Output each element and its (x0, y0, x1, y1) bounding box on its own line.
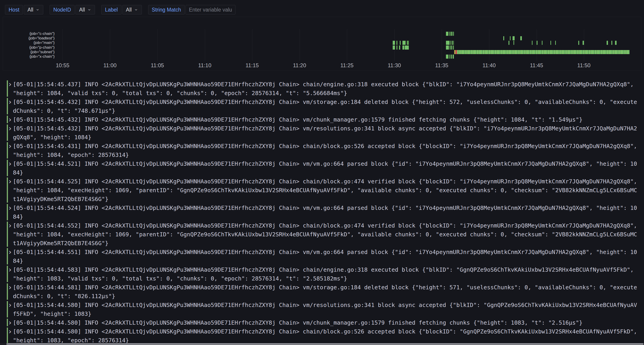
log-row[interactable]: ›[05-01|15:54:45.432] INFO <2AcRkXTLLtQj… (7, 98, 644, 115)
log-row[interactable]: ›[05-01|15:54:44.583] INFO <2AcRkXTLLtQj… (7, 265, 644, 283)
log-volume-bar-segment (446, 45, 449, 49)
log-text: [05-01|15:54:44.580] INFO <2AcRkXTLLtQjv… (13, 327, 638, 345)
series-row (56, 36, 637, 40)
log-row[interactable]: ›[05-01|15:54:45.432] INFO <2AcRkXTLLtQj… (7, 124, 644, 142)
log-row[interactable]: ›[05-01|15:54:44.521] INFO <2AcRkXTLLtQj… (7, 159, 644, 177)
log-expand-icon[interactable]: › (8, 265, 12, 274)
time-tick-label: 11:20 (293, 62, 306, 69)
log-row[interactable]: ›[05-01|15:54:45.432] INFO <2AcRkXTLLtQj… (7, 115, 644, 124)
log-volume-bar-segment (520, 36, 522, 40)
label-filter-value: All (126, 7, 132, 13)
log-expand-icon[interactable]: › (8, 115, 12, 124)
log-volume-bar-segment (606, 41, 608, 45)
log-row[interactable]: ›[05-01|15:54:44.580] INFO <2AcRkXTLLtQj… (7, 327, 644, 345)
log-volume-bar-segment (457, 50, 629, 54)
legend-label: {job="p-chain"} (3, 45, 54, 50)
chevron-down-icon: ⌄ (36, 6, 40, 12)
log-text: [05-01|15:54:45.437] INFO <2AcRkXTLLtQjv… (13, 80, 638, 98)
log-row[interactable]: ›[05-01|15:54:44.551] INFO <2AcRkXTLLtQj… (7, 248, 644, 265)
time-tick-label: 11:10 (198, 62, 211, 69)
log-volume-bar-segment (396, 45, 398, 49)
log-text: [05-01|15:54:44.524] INFO <2AcRkXTLLtQjv… (13, 204, 638, 221)
label-filter-dropdown[interactable]: All ⌄ (122, 5, 142, 14)
time-tick-label: 11:40 (482, 62, 496, 69)
log-expand-icon[interactable]: › (8, 327, 12, 336)
log-row[interactable]: ›[05-01|15:54:45.431] INFO <2AcRkXTLLtQj… (7, 142, 644, 159)
log-volume-bar-segment (453, 45, 454, 49)
log-row[interactable]: ›[05-01|15:54:44.581] INFO <2AcRkXTLLtQj… (7, 283, 644, 301)
chevron-down-icon: ⌄ (134, 6, 138, 12)
host-filter-label: Host (5, 5, 23, 14)
series-row (56, 40, 637, 45)
log-text: [05-01|15:54:44.580] INFO <2AcRkXTLLtQjv… (13, 318, 638, 327)
log-expand-icon[interactable]: › (8, 318, 12, 327)
log-volume-bar-segment (396, 41, 398, 45)
log-volume-bar-segment (532, 41, 532, 45)
string-match-input[interactable] (186, 5, 236, 14)
log-row[interactable]: ›[05-01|15:54:45.437] INFO <2AcRkXTLLtQj… (7, 80, 644, 98)
log-volume-bar-segment (393, 45, 395, 49)
log-text: [05-01|15:54:44.521] INFO <2AcRkXTLLtQjv… (13, 159, 638, 177)
log-volume-bar-segment (514, 41, 514, 45)
log-volume-bar-segment (578, 41, 579, 45)
chart-plot: 10:5511:0011:0511:1011:1511:2011:2511:30… (56, 17, 637, 71)
log-text: [05-01|15:54:45.432] INFO <2AcRkXTLLtQjv… (13, 124, 638, 142)
horizontal-scrollbar-thumb[interactable] (6, 343, 644, 345)
log-expand-icon[interactable]: › (8, 248, 12, 257)
log-text: [05-01|15:54:44.583] INFO <2AcRkXTLLtQjv… (13, 265, 638, 283)
log-expand-icon[interactable]: › (8, 283, 12, 292)
log-list: ›[05-01|15:54:45.437] INFO <2AcRkXTLLtQj… (0, 80, 644, 345)
log-row[interactable]: ›[05-01|15:54:44.525] INFO <2AcRkXTLLtQj… (7, 177, 644, 204)
nodeid-filter-dropdown[interactable]: All ⌄ (76, 5, 95, 14)
log-text: [05-01|15:54:45.432] INFO <2AcRkXTLLtQjv… (13, 98, 638, 115)
log-volume-bar-segment (453, 41, 454, 45)
log-row[interactable]: ›[05-01|15:54:44.552] INFO <2AcRkXTLLtQj… (7, 221, 644, 248)
log-volume-bar-segment (402, 41, 406, 45)
legend-label: {job="main"} (3, 40, 54, 45)
log-volume-bar-segment (450, 45, 451, 49)
log-expand-icon[interactable]: › (8, 221, 12, 230)
chevron-down-icon: ⌄ (87, 6, 91, 12)
log-volume-bar-segment (400, 41, 401, 45)
series-row (56, 50, 637, 54)
log-volume-timeline-panel: {job="c-chain"}{job="loadtest"}{job="mai… (3, 17, 641, 71)
log-volume-bar-segment (456, 50, 457, 54)
log-volume-bar-segment (510, 36, 510, 40)
log-text: [05-01|15:54:44.525] INFO <2AcRkXTLLtQjv… (13, 177, 638, 204)
log-expand-icon[interactable]: › (8, 301, 12, 310)
horizontal-scrollbar-track (0, 343, 644, 345)
log-expand-icon[interactable]: › (8, 98, 12, 106)
log-volume-bar-segment (450, 41, 451, 45)
log-volume-bar-segment (446, 32, 448, 36)
series-row (56, 45, 637, 50)
log-row[interactable]: ›[05-01|15:54:44.580] INFO <2AcRkXTLLtQj… (7, 301, 644, 318)
log-volume-bar-segment (451, 45, 452, 49)
nodeid-filter-value: All (79, 7, 85, 13)
log-row[interactable]: ›[05-01|15:54:44.524] INFO <2AcRkXTLLtQj… (7, 204, 644, 221)
log-expand-icon[interactable]: › (8, 80, 12, 89)
log-text: [05-01|15:54:45.431] INFO <2AcRkXTLLtQjv… (13, 142, 638, 159)
log-volume-bar-segment (453, 54, 454, 59)
log-expand-icon[interactable]: › (8, 142, 12, 151)
host-filter-dropdown[interactable]: All ⌄ (24, 5, 43, 14)
log-expand-icon[interactable]: › (8, 204, 12, 212)
log-volume-bar-segment (453, 32, 454, 36)
log-volume-bar-segment (402, 45, 404, 49)
log-expand-icon[interactable]: › (8, 177, 12, 186)
log-expand-icon[interactable]: › (8, 159, 12, 168)
time-tick-label: 11:45 (530, 62, 543, 69)
time-tick-label: 11:50 (578, 62, 590, 69)
log-expand-icon[interactable]: › (8, 124, 12, 133)
time-tick-label: 11:05 (151, 62, 164, 69)
legend-label: {job="subnet"} (3, 50, 54, 54)
log-row[interactable]: ›[05-01|15:54:44.580] INFO <2AcRkXTLLtQj… (7, 318, 644, 327)
log-volume-bar-segment (393, 41, 395, 45)
series-row (56, 54, 637, 59)
log-volume-bar-segment (405, 45, 409, 49)
legend-label: {job="x-chain"} (3, 54, 54, 59)
time-tick-label: 11:15 (246, 62, 259, 69)
log-text: [05-01|15:54:44.551] INFO <2AcRkXTLLtQjv… (13, 248, 638, 265)
log-volume-bar-segment (451, 54, 452, 59)
log-volume-bar-segment (407, 41, 408, 45)
log-volume-bar-segment (451, 32, 452, 36)
